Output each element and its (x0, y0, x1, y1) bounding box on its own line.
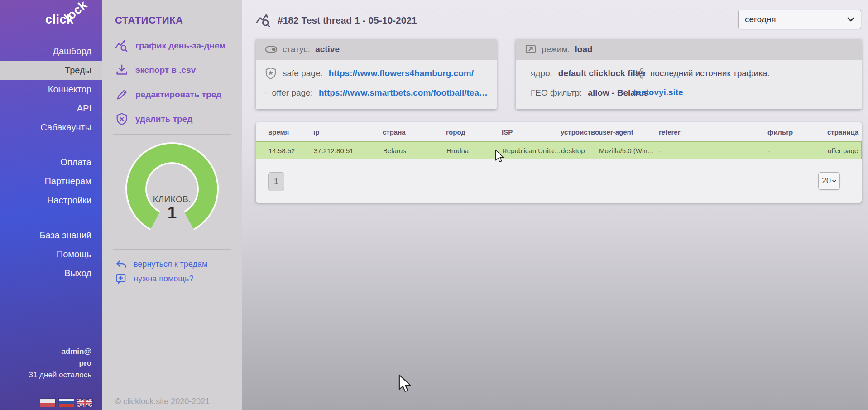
menu-item-export-csv[interactable]: экспорт в .csv (102, 58, 242, 82)
geo-filter-row: ГЕО фильтр: allow - Belarus (525, 83, 633, 102)
sidebar-item-payment[interactable]: Оплата (0, 153, 102, 172)
menu-item-label: удалить тред (135, 114, 192, 124)
offer-page-row: offer page: https://www.smartbets.com/fo… (265, 83, 488, 102)
period-select[interactable]: сегодня (738, 10, 861, 29)
clicks-table-card: время ip страна город ISP устройство use… (256, 122, 862, 203)
table-row[interactable]: 14:58:52 37.212.80.51 Belarus Hrodna Rep… (256, 141, 862, 159)
sidebar-item-logout[interactable]: Выход (0, 264, 102, 283)
cell-device: desktop (561, 147, 599, 154)
core-row: ядро: default clicklock filter (525, 63, 633, 83)
table-header-row: время ip страна город ISP устройство use… (256, 122, 862, 141)
offer-page-link[interactable]: https://www.smartbets.com/football/tea… (319, 88, 488, 98)
pencil-icon (115, 88, 129, 101)
download-icon (115, 63, 129, 77)
mode-label: режим: (542, 44, 570, 54)
chart-search-icon (256, 13, 271, 28)
chart-search-icon (115, 39, 129, 53)
col-header-ip: ip (313, 128, 383, 136)
statistics-panel: СТАТИСТИКА график день-за-днем экспорт в… (102, 0, 242, 410)
traffic-source-link[interactable]: testovyi.site (633, 87, 853, 97)
copyright-text: © clicklock.site 2020-2021 (115, 397, 210, 406)
shield-x-icon (115, 112, 129, 126)
safe-page-row: safe page: https://www.flowers4hamburg.c… (265, 63, 488, 83)
cell-filter: - (768, 147, 828, 154)
safe-page-label: safe page: (283, 68, 323, 78)
cell-isp: Republican Unita… (502, 147, 561, 154)
link-label: вернуться к тредам (134, 260, 207, 269)
undo-icon (115, 259, 127, 270)
sidebar-nav-tertiary: База знаний Помощь Выход (0, 226, 102, 283)
main-content: #182 Test thread 1 - 05-10-2021 сегодня … (242, 0, 868, 410)
col-header-city: город (446, 128, 502, 136)
mode-card-right: последний источник трафика: testovyi.sit… (633, 63, 853, 102)
last-traffic-source-label: последний источник трафика: (650, 68, 770, 78)
need-help-link[interactable]: нужна помощь? (115, 271, 242, 286)
mode-card: режим: load (516, 39, 862, 109)
sidebar-item-threads[interactable]: Треды (0, 61, 102, 80)
sidebar-item-api[interactable]: API (0, 99, 102, 118)
gauge-text: КЛИКОВ: 1 (113, 194, 231, 222)
sidebar-item-settings[interactable]: Настройки (0, 191, 102, 210)
thread-header: #182 Test thread 1 - 05-10-2021 (256, 13, 417, 28)
screen-arrow-icon (525, 44, 537, 54)
mode-card-body: ядро: default clicklock filter ГЕО фильт… (516, 60, 862, 102)
col-header-isp: ISP (502, 128, 561, 136)
pagination-page-1-button[interactable]: 1 (268, 172, 284, 191)
gauge-label: КЛИКОВ: (113, 194, 231, 204)
back-to-threads-link[interactable]: вернуться к тредам (115, 257, 242, 271)
status-card-body: safe page: https://www.flowers4hamburg.c… (256, 60, 497, 102)
sidebar-item-partners[interactable]: Партнерам (0, 172, 102, 191)
sidebar-item-connector[interactable]: Коннектор (0, 80, 102, 99)
period-select-value: сегодня (745, 14, 776, 24)
chevron-down-icon (847, 17, 854, 22)
offer-page-label: offer page: (272, 88, 313, 98)
app-logo[interactable]: click lock (0, 0, 102, 35)
cell-time: 14:58:52 (269, 147, 314, 154)
sidebar-item-subaccounts[interactable]: Сабакаунты (0, 118, 102, 137)
cell-country: Belarus (383, 147, 446, 154)
statistics-title: СТАТИСТИКА (115, 14, 242, 26)
core-value: default clicklock filter (558, 68, 646, 78)
core-label: ядро: (531, 68, 552, 78)
status-value: active (315, 44, 340, 54)
uk-flag-icon[interactable] (77, 399, 92, 407)
sidebar-item-knowledge-base[interactable]: База знаний (0, 226, 102, 245)
share-icon (633, 68, 644, 79)
divider (113, 249, 231, 250)
sidebar-nav-secondary: Оплата Партнерам Настройки (0, 153, 102, 210)
menu-item-delete-thread[interactable]: удалить тред (102, 107, 242, 131)
gauge-value: 1 (113, 204, 231, 222)
clicks-gauge: КЛИКОВ: 1 (113, 142, 231, 238)
col-header-country: страна (383, 128, 446, 136)
toggle-icon (265, 45, 278, 54)
mode-card-header: режим: load (516, 39, 862, 60)
menu-item-edit-thread[interactable]: редактировать тред (102, 82, 242, 107)
last-traffic-source-row: последний источник трафика: (633, 63, 853, 83)
geo-filter-label: ГЕО фильтр: (531, 88, 582, 98)
russia-flag-icon[interactable] (59, 399, 74, 407)
sidebar: click lock Дашборд Треды Коннектор API С… (0, 0, 102, 410)
gauge-arc (113, 142, 231, 238)
cell-city: Hrodna (446, 147, 502, 154)
clicklock-app: click lock Дашборд Треды Коннектор API С… (0, 0, 868, 410)
col-header-time: время (268, 128, 313, 136)
account-plan: pro (29, 357, 91, 369)
page-size-select[interactable]: 20 (818, 172, 840, 190)
flag-icon (265, 87, 266, 99)
account-email: admin@ (29, 346, 91, 357)
statistics-menu: график день-за-днем экспорт в .csv редак… (102, 34, 242, 131)
poland-flag-icon[interactable] (40, 399, 55, 407)
account-days-left: 31 дней осталось (29, 369, 91, 381)
info-cards: статус: active safe page: https://www.fl… (256, 39, 862, 109)
sidebar-nav-primary: Дашборд Треды Коннектор API Сабакаунты (0, 42, 102, 137)
divider (113, 134, 231, 135)
menu-item-day-by-day-chart[interactable]: график день-за-днем (102, 34, 242, 58)
col-header-referer: referer (659, 128, 767, 136)
language-switcher (40, 399, 92, 407)
status-card: статус: active safe page: https://www.fl… (256, 39, 497, 109)
cell-ip: 37.212.80.51 (314, 147, 383, 154)
safe-page-link[interactable]: https://www.flowers4hamburg.com/ (329, 68, 474, 78)
sidebar-item-help[interactable]: Помощь (0, 245, 102, 264)
sidebar-item-dashboard[interactable]: Дашборд (0, 42, 102, 61)
menu-item-label: график день-за-днем (135, 41, 225, 51)
